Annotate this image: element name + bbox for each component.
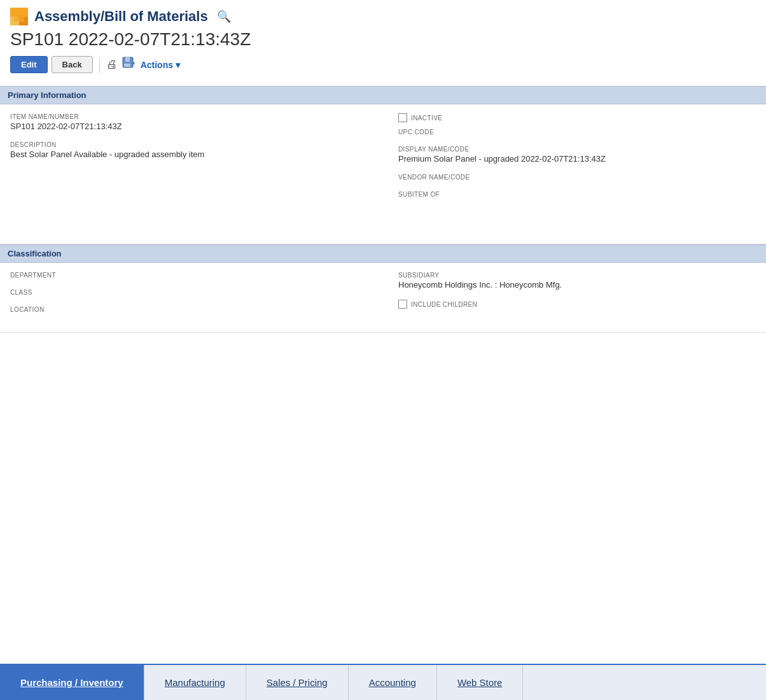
search-icon[interactable]: 🔍 [217, 10, 231, 24]
classification-right-col: SUBSIDIARY Honeycomb Holdings Inc. : Hon… [383, 272, 756, 323]
subitem-of-label: SUBITEM OF [398, 191, 748, 198]
description-label: DESCRIPTION [10, 141, 375, 148]
subsidiary-field: SUBSIDIARY Honeycomb Holdings Inc. : Hon… [398, 272, 748, 290]
primary-form-grid: ITEM NAME/NUMBER SP101 2022-02-07T21:13:… [10, 113, 756, 208]
record-id: SP101 2022-02-07T21:13:43Z [10, 29, 756, 50]
svg-rect-4 [14, 11, 24, 22]
upc-code-label: UPC CODE [398, 129, 748, 136]
include-children-row: INCLUDE CHILDREN [398, 300, 748, 309]
actions-label: Actions [141, 60, 173, 70]
inactive-checkbox[interactable] [398, 113, 407, 122]
subsidiary-label: SUBSIDIARY [398, 272, 748, 279]
back-button[interactable]: Back [52, 56, 93, 73]
location-field: LOCATION [10, 306, 375, 313]
classification-form-grid: DEPARTMENT CLASS LOCATION SUBSI [10, 272, 756, 323]
main-content: Assembly/Bill of Materials 🔍 SP101 2022-… [0, 0, 766, 377]
title-row: Assembly/Bill of Materials 🔍 [10, 8, 756, 25]
bottom-tabs: Purchasing / Inventory Manufacturing Sal… [0, 664, 766, 700]
toolbar-separator [99, 57, 100, 73]
primary-left-col: ITEM NAME/NUMBER SP101 2022-02-07T21:13:… [10, 113, 383, 208]
display-name-field: DISPLAY NAME/CODE Premium Solar Panel - … [398, 146, 748, 164]
toolbar: Edit Back 🖨 Actions ▾ [10, 56, 756, 73]
description-value: Best Solar Panel Available - upgraded as… [10, 150, 375, 159]
svg-rect-6 [125, 57, 130, 62]
print-icon[interactable]: 🖨 [106, 58, 118, 71]
tab-manufacturing[interactable]: Manufacturing [144, 665, 246, 700]
vendor-name-field: VENDOR NAME/CODE [398, 174, 748, 181]
tab-accounting[interactable]: Accounting [349, 665, 437, 700]
item-name-field: ITEM NAME/NUMBER SP101 2022-02-07T21:13:… [10, 113, 375, 131]
page-title: Assembly/Bill of Materials [34, 8, 208, 25]
inactive-checkbox-row: INACTIVE [398, 113, 748, 122]
inactive-label: INACTIVE [411, 115, 442, 122]
page-header: Assembly/Bill of Materials 🔍 SP101 2022-… [0, 0, 766, 86]
display-name-label: DISPLAY NAME/CODE [398, 146, 748, 153]
display-name-value: Premium Solar Panel - upgraded 2022-02-0… [398, 154, 748, 164]
edit-button[interactable]: Edit [10, 56, 48, 73]
tab-sales-pricing[interactable]: Sales / Pricing [246, 665, 349, 700]
include-children-checkbox[interactable] [398, 300, 407, 309]
actions-arrow-icon: ▾ [176, 60, 180, 70]
department-label: DEPARTMENT [10, 272, 375, 279]
subitem-of-field: SUBITEM OF [398, 191, 748, 198]
primary-right-col: INACTIVE UPC CODE DISPLAY NAME/CODE Prem… [383, 113, 756, 208]
subsidiary-value: Honeycomb Holdings Inc. : Honeycomb Mfg. [398, 280, 748, 290]
item-name-value: SP101 2022-02-07T21:13:43Z [10, 122, 375, 131]
primary-information-header: Primary Information [0, 86, 766, 104]
upc-code-field: UPC CODE [398, 129, 748, 136]
classification-body: DEPARTMENT CLASS LOCATION SUBSI [0, 263, 766, 333]
classification-header: Classification [0, 244, 766, 263]
tab-purchasing-inventory[interactable]: Purchasing / Inventory [0, 665, 144, 700]
actions-button[interactable]: Actions ▾ [139, 57, 181, 73]
include-children-label: INCLUDE CHILDREN [411, 301, 477, 308]
description-field: DESCRIPTION Best Solar Panel Available -… [10, 141, 375, 159]
vendor-name-label: VENDOR NAME/CODE [398, 174, 748, 181]
svg-rect-7 [124, 64, 130, 67]
primary-information-section: Primary Information ITEM NAME/NUMBER SP1… [0, 86, 766, 244]
tab-web-store[interactable]: Web Store [437, 665, 524, 700]
primary-information-body: ITEM NAME/NUMBER SP101 2022-02-07T21:13:… [0, 104, 766, 244]
class-field: CLASS [10, 289, 375, 296]
classification-section: Classification DEPARTMENT CLASS LOCATION [0, 244, 766, 333]
save-icon[interactable] [122, 56, 136, 73]
item-name-label: ITEM NAME/NUMBER [10, 113, 375, 120]
save-with-arrow-icon[interactable] [122, 56, 136, 70]
classification-left-col: DEPARTMENT CLASS LOCATION [10, 272, 383, 323]
department-field: DEPARTMENT [10, 272, 375, 279]
location-label: LOCATION [10, 306, 375, 313]
class-label: CLASS [10, 289, 375, 296]
assembly-bill-of-materials-icon [10, 8, 28, 25]
